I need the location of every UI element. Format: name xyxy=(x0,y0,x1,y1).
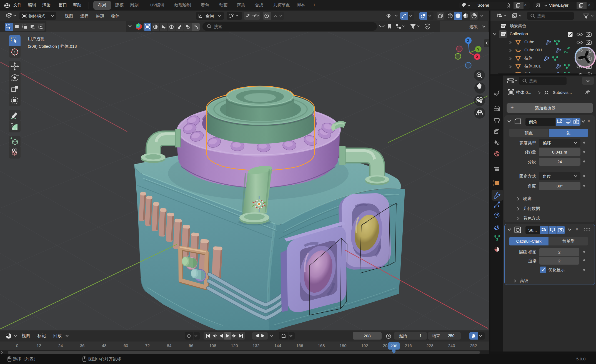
svg-text:Z: Z xyxy=(467,39,469,43)
svg-text:X: X xyxy=(476,55,479,59)
svg-text:Y: Y xyxy=(477,47,480,51)
